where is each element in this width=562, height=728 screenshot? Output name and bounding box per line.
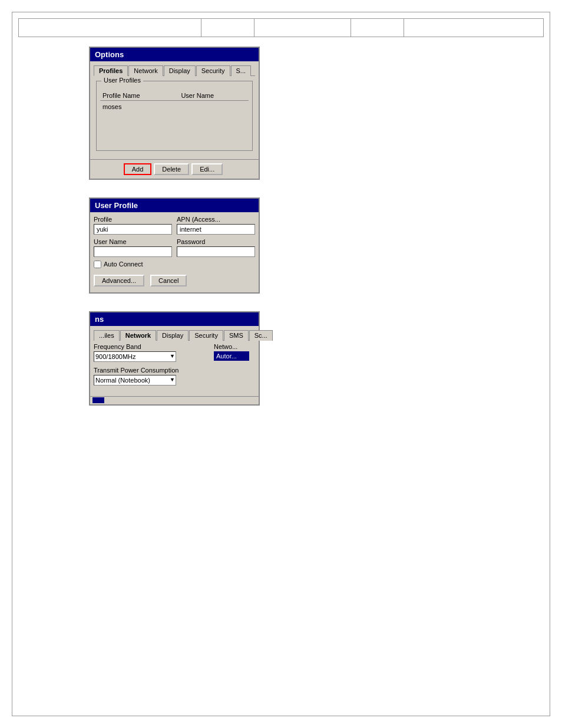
table-empty-row [100, 113, 249, 148]
tab-security[interactable]: Security [196, 65, 230, 76]
profile-col: Profile [94, 216, 172, 235]
password-label: Password [177, 238, 255, 245]
add-button[interactable]: Add [124, 163, 152, 175]
apn-input[interactable] [177, 224, 255, 235]
transmit-label: Transmit Power Consumption [94, 367, 209, 374]
username-password-row: User Name Password [94, 238, 255, 257]
options-dialog: Options Profiles Network Display Securit… [89, 47, 260, 180]
user-profile-dialog-title: User Profile [90, 199, 259, 212]
profile-apn-row: Profile APN (Access... [94, 216, 255, 235]
tab-files[interactable]: ...iles [94, 330, 120, 341]
network-right-section: Netwo... Autor... [214, 343, 255, 390]
options-dialog-body: Profiles Network Display Security S... U… [90, 61, 259, 159]
tab-profiles[interactable]: Profiles [94, 65, 128, 76]
tab-display[interactable]: Display [164, 65, 196, 76]
freq-band-select-wrapper: 900/1800MHz 900MHz 1800MHz Auto ▼ [94, 351, 176, 362]
transmit-select[interactable]: Normal (Notebook) Low Auto [94, 375, 176, 386]
network-options-dialog: ns ...iles Network Display Security SMS … [89, 311, 260, 406]
toolbar-cell-1 [19, 19, 201, 37]
network-options-body: ...iles Network Display Security SMS Sc.… [90, 326, 259, 396]
freq-band-select[interactable]: 900/1800MHz 900MHz 1800MHz Auto [94, 351, 176, 362]
network-tab-bar: ...iles Network Display Security SMS Sc.… [94, 330, 255, 341]
transmit-select-row: Normal (Notebook) Low Auto ▼ [94, 375, 209, 386]
tab-sms[interactable]: SMS [224, 330, 249, 341]
user-profile-button-row: Advanced... Cancel [94, 272, 255, 289]
toolbar-cell-2 [201, 19, 254, 37]
tab-display2[interactable]: Display [157, 330, 189, 341]
toolbar-cell-4 [351, 19, 404, 37]
toolbar-cell-3 [254, 19, 351, 37]
tab-network2[interactable]: Network [120, 330, 156, 341]
progress-bar-inner [92, 397, 104, 403]
username-label: User Name [94, 238, 172, 245]
username-cell [178, 101, 249, 113]
delete-button[interactable]: Delete [154, 163, 189, 175]
user-profile-dialog: User Profile Profile APN (Access... User… [89, 197, 260, 294]
options-button-row: Add Delete Edi... [90, 159, 259, 179]
edit-button[interactable]: Edi... [191, 163, 223, 175]
toolbar-cell-5 [404, 19, 543, 37]
col-profile-name: Profile Name [100, 91, 178, 101]
network-options-title: ns [90, 312, 259, 326]
profile-name-cell: moses [100, 101, 178, 113]
network-left: Frequency Band 900/1800MHz 900MHz 1800MH… [94, 343, 209, 390]
freq-band-label: Frequency Band [94, 343, 209, 350]
username-input[interactable] [94, 246, 172, 257]
profile-label: Profile [94, 216, 172, 223]
apn-label: APN (Access... [177, 216, 255, 223]
apn-col: APN (Access... [177, 216, 255, 235]
transmit-select-wrapper: Normal (Notebook) Low Auto ▼ [94, 375, 176, 386]
transmit-section: Transmit Power Consumption Normal (Noteb… [94, 367, 209, 386]
auto-connect-row: Auto Connect [94, 261, 255, 269]
freq-band-section: Frequency Band 900/1800MHz 900MHz 1800MH… [94, 343, 209, 362]
advanced-button[interactable]: Advanced... [94, 275, 144, 286]
user-profiles-group: User Profiles Profile Name User Name mos… [96, 81, 253, 151]
tab-more[interactable]: S... [231, 65, 252, 76]
tab-sc[interactable]: Sc... [249, 330, 273, 341]
page-outer: Options Profiles Network Display Securit… [12, 12, 550, 716]
profile-input[interactable] [94, 224, 172, 235]
cancel-button[interactable]: Cancel [150, 275, 187, 286]
network-content: Frequency Band 900/1800MHz 900MHz 1800MH… [94, 341, 255, 393]
password-col: Password [177, 238, 255, 257]
freq-band-select-row: 900/1800MHz 900MHz 1800MHz Auto ▼ [94, 351, 209, 362]
network-right-value: Autor... [214, 351, 249, 361]
profile-table: Profile Name User Name moses [100, 91, 249, 148]
tab-security2[interactable]: Security [189, 330, 223, 341]
options-dialog-title: Options [90, 48, 259, 61]
progress-bar-area [90, 396, 259, 404]
tab-network[interactable]: Network [128, 65, 163, 76]
col-user-name: User Name [178, 91, 249, 101]
toolbar [18, 18, 544, 37]
table-row: moses [100, 101, 249, 113]
options-tab-bar: Profiles Network Display Security S... [94, 65, 255, 76]
auto-connect-label: Auto Connect [104, 261, 143, 268]
network-right-label: Netwo... [214, 343, 255, 350]
password-input[interactable] [177, 246, 255, 257]
username-col: User Name [94, 238, 172, 257]
user-profile-dialog-body: Profile APN (Access... User Name Passwor… [90, 212, 259, 292]
user-profiles-label: User Profiles [101, 77, 143, 84]
auto-connect-checkbox[interactable] [94, 261, 101, 268]
